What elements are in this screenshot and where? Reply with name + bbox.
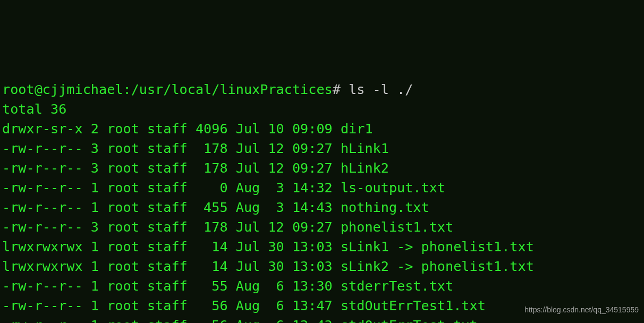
ls-row: -rw-r--r-- 1 root staff 56 Aug 6 13:47 s…	[2, 298, 486, 313]
ls-row: -rw-r--r-- 3 root staff 178 Jul 12 09:27…	[2, 219, 453, 235]
ls-row: -rw-r--r-- 1 root staff 0 Aug 3 14:32 ls…	[2, 180, 445, 196]
ls-row: -rw-r--r-- 1 root staff 55 Aug 6 13:30 s…	[2, 278, 453, 294]
ls-row: lrwxrwxrwx 1 root staff 14 Jul 30 13:03 …	[2, 239, 534, 254]
ls-row: -rw-r--r-- 3 root staff 178 Jul 12 09:27…	[2, 141, 389, 156]
command-text: ls -l ./	[349, 82, 413, 97]
ls-row: -rw-r--r-- 1 root staff 56 Aug 6 13:43 s…	[2, 318, 478, 323]
ls-row: -rw-r--r-- 3 root staff 178 Jul 12 09:27…	[2, 160, 389, 176]
watermark: https://blog.csdn.net/qq_34515959	[524, 300, 639, 320]
prompt-hash: #	[333, 82, 341, 97]
total-line: total 36	[2, 101, 66, 117]
prompt-line-1: root@cjjmichael:/usr/local/linuxPractice…	[2, 82, 413, 97]
terminal[interactable]: root@cjjmichael:/usr/local/linuxPractice…	[0, 79, 644, 323]
prompt-user-host-path: root@cjjmichael:/usr/local/linuxPractice…	[2, 82, 333, 97]
ls-row: lrwxrwxrwx 1 root staff 14 Jul 30 13:03 …	[2, 259, 534, 274]
ls-row: drwxr-sr-x 2 root staff 4096 Jul 10 09:0…	[2, 121, 373, 137]
ls-row: -rw-r--r-- 1 root staff 455 Aug 3 14:43 …	[2, 200, 429, 215]
